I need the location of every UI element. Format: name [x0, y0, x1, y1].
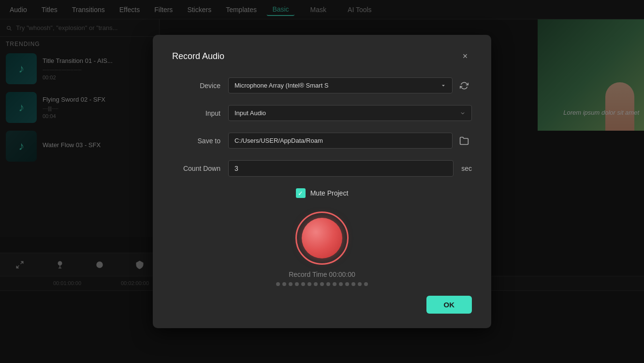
- record-time-display: Record Time 00:00:00: [289, 271, 355, 278]
- dot-3: [289, 282, 293, 286]
- saveto-value: C:/Users/USER/AppData/Roam: [234, 137, 323, 144]
- saveto-path[interactable]: C:/Users/USER/AppData/Roam: [228, 133, 453, 149]
- record-section: Record Time 00:00:00: [172, 212, 472, 286]
- dot-4: [295, 282, 299, 286]
- mute-row: ✓ Mute Project: [172, 188, 472, 198]
- dialog-title: Record Audio: [172, 51, 224, 61]
- dot-9: [326, 282, 330, 286]
- record-progress-dots: [276, 282, 368, 286]
- mute-label: Mute Project: [310, 189, 349, 197]
- device-label: Device: [172, 82, 220, 90]
- dot-6: [307, 282, 311, 286]
- countdown-label: Count Down: [172, 165, 220, 172]
- refresh-button[interactable]: [456, 78, 472, 93]
- device-select[interactable]: Microphone Array (Intel® Smart S: [228, 77, 453, 93]
- folder-button[interactable]: [456, 133, 472, 149]
- dot-5: [301, 282, 305, 286]
- dot-1: [276, 282, 280, 286]
- dialog-header: Record Audio ×: [172, 49, 472, 63]
- countdown-input[interactable]: [228, 160, 454, 177]
- record-button[interactable]: [295, 212, 349, 265]
- close-button[interactable]: ×: [458, 49, 472, 63]
- record-audio-dialog: Record Audio × Device Microphone Array (…: [153, 35, 491, 328]
- device-value: Microphone Array (Intel® Smart S: [234, 82, 329, 89]
- dot-7: [314, 282, 318, 286]
- record-button-inner: [302, 218, 342, 258]
- countdown-control: sec: [228, 160, 472, 177]
- chevron-down-icon: [460, 110, 466, 116]
- mute-checkbox[interactable]: ✓: [296, 188, 306, 198]
- device-row: Device Microphone Array (Intel® Smart S: [172, 77, 472, 93]
- input-select[interactable]: Input Audio: [228, 105, 472, 121]
- input-row: Input Input Audio: [172, 105, 472, 121]
- dot-10: [333, 282, 337, 286]
- refresh-icon: [460, 81, 468, 90]
- input-control: Input Audio: [228, 105, 472, 121]
- dot-2: [282, 282, 286, 286]
- dot-11: [339, 282, 343, 286]
- sec-label: sec: [461, 165, 472, 172]
- checkmark-icon: ✓: [298, 190, 303, 197]
- countdown-row: Count Down sec: [172, 160, 472, 177]
- ok-button[interactable]: OK: [426, 296, 472, 314]
- saveto-control: C:/Users/USER/AppData/Roam: [228, 133, 472, 149]
- dialog-footer: OK: [172, 296, 472, 314]
- saveto-row: Save to C:/Users/USER/AppData/Roam: [172, 133, 472, 149]
- dot-12: [345, 282, 349, 286]
- dot-14: [358, 282, 362, 286]
- saveto-label: Save to: [172, 137, 220, 145]
- dot-8: [320, 282, 324, 286]
- dot-15: [364, 282, 368, 286]
- dot-13: [351, 282, 355, 286]
- input-value: Input Audio: [234, 109, 266, 117]
- folder-icon: [459, 136, 469, 146]
- input-label: Input: [172, 109, 220, 117]
- chevron-down-icon: [440, 83, 446, 89]
- device-control: Microphone Array (Intel® Smart S: [228, 77, 472, 93]
